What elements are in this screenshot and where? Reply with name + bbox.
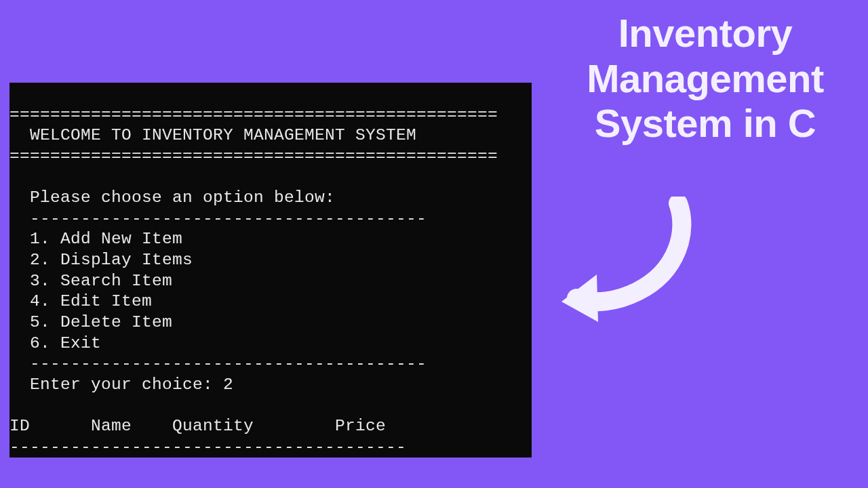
heading-line: System in C xyxy=(556,101,854,146)
page-title: Inventory Management System in C xyxy=(556,11,854,146)
arrow-icon xyxy=(556,197,698,332)
menu-item: 2. Display Items xyxy=(9,251,193,269)
heading-line: Management xyxy=(556,56,854,102)
heading-line: Inventory xyxy=(556,11,854,56)
dash-divider: --------------------------------------- xyxy=(9,438,406,456)
table-header: ID Name Quantity Price xyxy=(9,417,386,435)
terminal-output: ========================================… xyxy=(9,83,532,458)
menu-item: 3. Search Item xyxy=(9,272,172,290)
dash-divider: --------------------------------------- xyxy=(9,354,427,373)
enter-choice-label: Enter your choice: xyxy=(9,375,223,394)
menu-item: 1. Add New Item xyxy=(9,230,182,248)
prompt-header: Please choose an option below: xyxy=(9,188,335,207)
terminal-window[interactable]: ========================================… xyxy=(9,83,532,458)
divider-line: ========================================… xyxy=(9,106,498,124)
welcome-title: WELCOME TO INVENTORY MANAGEMENT SYSTEM xyxy=(9,126,416,144)
menu-item: 4. Edit Item xyxy=(9,292,152,310)
enter-choice-line: Enter your choice: 2 xyxy=(9,375,233,394)
menu-item: 5. Delete Item xyxy=(9,313,172,331)
choice-input-value[interactable]: 2 xyxy=(223,375,233,394)
menu-item: 6. Exit xyxy=(9,334,101,352)
dash-divider: --------------------------------------- xyxy=(9,209,427,228)
divider-line: ========================================… xyxy=(9,147,498,165)
